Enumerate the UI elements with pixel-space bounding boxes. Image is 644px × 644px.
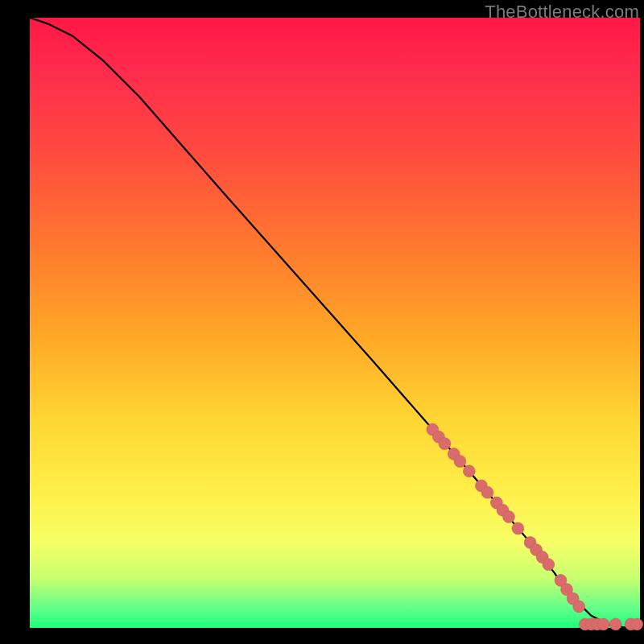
data-marker [573,601,585,613]
data-marker [609,618,621,630]
chart-overlay [30,18,640,628]
data-marker [463,465,475,477]
data-marker [543,559,555,571]
data-marker [597,618,609,630]
data-marker [481,486,493,498]
attribution-label: TheBottleneck.com [485,2,639,23]
bottleneck-curve [30,18,640,628]
data-marker [512,522,524,535]
data-marker [439,438,451,450]
data-marker [631,618,643,630]
data-marker [454,456,466,468]
chart-stage: TheBottleneck.com [0,0,644,644]
data-marker [503,511,515,523]
marker-layer [427,423,643,630]
